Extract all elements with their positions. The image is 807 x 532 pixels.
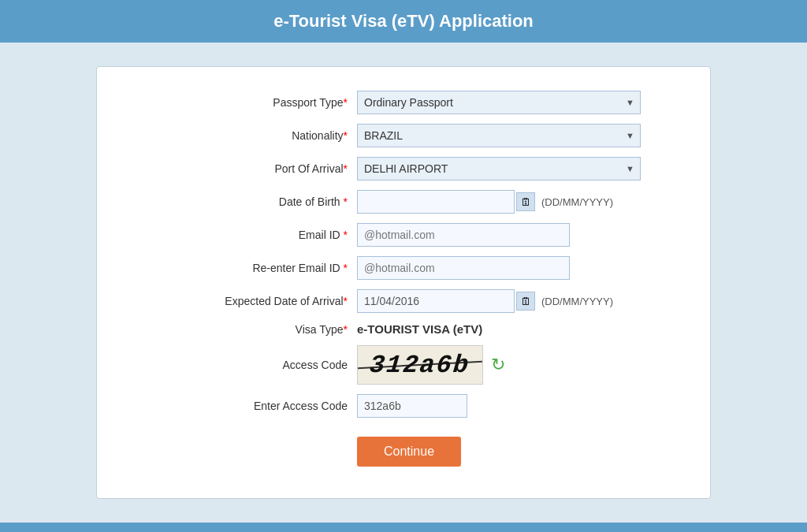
- header-title: e-Tourist Visa (eTV) Application: [273, 11, 534, 31]
- port-of-arrival-control: DELHI AIRPORT MUMBAI AIRPORT CHENNAI AIR…: [357, 157, 671, 180]
- expected-arrival-format-hint: (DD/MM/YYYY): [541, 296, 613, 307]
- date-of-birth-input[interactable]: [357, 190, 515, 214]
- date-of-birth-label: Date of Birth *: [136, 195, 357, 208]
- expected-arrival-row: Expected Date of Arrival* 🗓 (DD/MM/YYYY): [136, 289, 671, 313]
- re-enter-email-label: Re-enter Email ID *: [136, 262, 357, 274]
- continue-button[interactable]: Continue: [357, 437, 461, 467]
- continue-row: Continue: [136, 430, 671, 467]
- nationality-label: Nationality*: [136, 129, 357, 142]
- passport-type-control: Ordinary Passport Official Passport Dipl…: [357, 91, 671, 114]
- expected-arrival-control: 🗓 (DD/MM/YYYY): [357, 289, 671, 313]
- email-id-label: Email ID *: [136, 229, 357, 241]
- port-select-wrapper[interactable]: DELHI AIRPORT MUMBAI AIRPORT CHENNAI AIR…: [357, 157, 641, 180]
- date-of-birth-row: Date of Birth * 🗓 (DD/MM/YYYY): [136, 190, 671, 214]
- captcha-text: 312a6b: [369, 351, 471, 380]
- email-id-row: Email ID *: [136, 223, 671, 247]
- nationality-control: BRAZIL INDIA USA: [357, 124, 671, 147]
- enter-access-code-input[interactable]: [357, 394, 467, 418]
- email-id-input[interactable]: [357, 223, 570, 247]
- passport-type-select[interactable]: Ordinary Passport Official Passport Dipl…: [357, 91, 641, 114]
- passport-type-label: Passport Type*: [136, 96, 357, 109]
- nationality-select[interactable]: BRAZIL INDIA USA: [357, 124, 641, 147]
- port-of-arrival-row: Port Of Arrival* DELHI AIRPORT MUMBAI AI…: [136, 157, 671, 180]
- visa-type-row: Visa Type* e-TOURIST VISA (eTV): [136, 322, 671, 336]
- re-enter-email-input[interactable]: [357, 256, 570, 280]
- captcha-image: 312a6b: [357, 345, 483, 385]
- expected-arrival-calendar-icon[interactable]: 🗓: [516, 292, 535, 311]
- email-id-control: [357, 223, 671, 247]
- visa-type-control: e-TOURIST VISA (eTV): [357, 322, 671, 336]
- page-header: e-Tourist Visa (eTV) Application: [0, 0, 807, 43]
- enter-access-code-row: Enter Access Code: [136, 394, 671, 418]
- access-code-control: 312a6b ↻: [357, 345, 671, 385]
- date-of-birth-control: 🗓 (DD/MM/YYYY): [357, 190, 671, 214]
- date-of-birth-calendar-icon[interactable]: 🗓: [516, 192, 535, 211]
- expected-arrival-label: Expected Date of Arrival*: [136, 295, 357, 307]
- passport-type-select-wrapper[interactable]: Ordinary Passport Official Passport Dipl…: [357, 91, 641, 114]
- nationality-select-wrapper[interactable]: BRAZIL INDIA USA: [357, 124, 641, 147]
- access-code-label: Access Code: [136, 359, 357, 371]
- page-footer: e-Tourist Visa (eTV) Application: [0, 523, 807, 532]
- access-code-row: Access Code 312a6b ↻: [136, 345, 671, 385]
- captcha-refresh-icon[interactable]: ↻: [491, 355, 505, 375]
- date-of-birth-format-hint: (DD/MM/YYYY): [541, 196, 613, 208]
- port-of-arrival-label: Port Of Arrival*: [136, 162, 357, 175]
- enter-access-code-control: [357, 394, 671, 418]
- captcha-container: 312a6b ↻: [357, 345, 505, 385]
- passport-type-row: Passport Type* Ordinary Passport Officia…: [136, 91, 671, 114]
- enter-access-code-label: Enter Access Code: [136, 400, 357, 412]
- visa-type-label: Visa Type*: [136, 323, 357, 336]
- form-card: Passport Type* Ordinary Passport Officia…: [96, 66, 711, 499]
- re-enter-email-row: Re-enter Email ID *: [136, 256, 671, 280]
- visa-type-value: e-TOURIST VISA (eTV): [357, 322, 482, 336]
- expected-arrival-input[interactable]: [357, 289, 515, 313]
- port-of-arrival-select[interactable]: DELHI AIRPORT MUMBAI AIRPORT CHENNAI AIR…: [357, 157, 641, 180]
- nationality-row: Nationality* BRAZIL INDIA USA: [136, 124, 671, 147]
- main-content: Passport Type* Ordinary Passport Officia…: [0, 43, 807, 523]
- re-enter-email-control: [357, 256, 671, 280]
